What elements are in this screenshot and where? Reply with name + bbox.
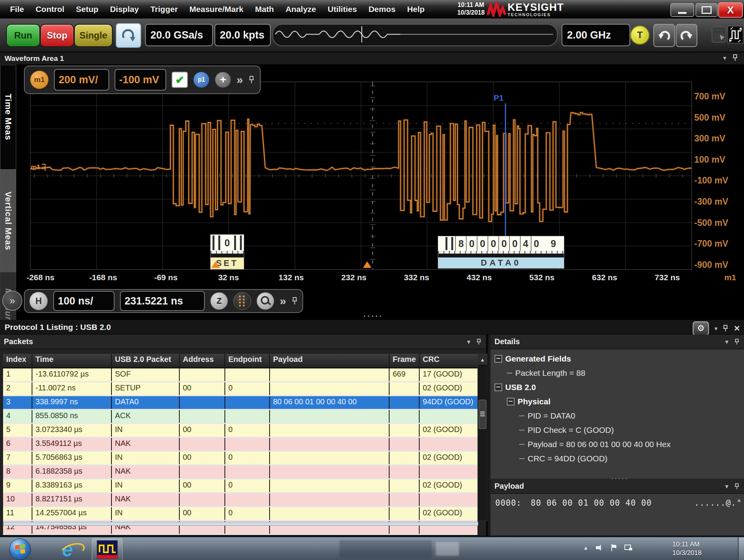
tree-collapse-icon[interactable] — [507, 398, 515, 405]
start-button[interactable] — [9, 538, 31, 560]
table-row-packet-11[interactable]: 1114.2557004 µsIN00002 (GOOD) — [3, 507, 477, 521]
table-row-packet-10[interactable]: 108.8217151 µsNAK — [3, 493, 477, 507]
marker-enable-checkbox[interactable]: ✔ — [172, 72, 188, 88]
run-button[interactable]: Run — [6, 24, 40, 47]
payload-pin-icon[interactable] — [734, 483, 739, 490]
channel-bar-more-icon[interactable]: » — [236, 74, 243, 86]
action-center-flag-icon[interactable] — [611, 544, 617, 551]
touch-mode-button[interactable] — [116, 23, 141, 48]
column-header-crc[interactable]: CRC — [420, 354, 477, 367]
menu-item-utilities[interactable]: Utilities — [328, 5, 357, 14]
packets-caret-icon[interactable]: ▾ — [467, 338, 470, 345]
taskbar-clock[interactable]: 10:11 AM 10/3/2018 — [672, 540, 702, 557]
tree-item[interactable]: Physical — [491, 394, 744, 409]
channel-bar-pin-icon[interactable] — [248, 76, 255, 84]
menu-item-help[interactable]: Help — [407, 5, 425, 14]
tree-collapse-icon[interactable] — [494, 355, 502, 363]
display-grid-icon[interactable] — [711, 25, 727, 46]
menu-item-file[interactable]: File — [10, 5, 24, 14]
table-row-packet-1[interactable]: 1-13.6110792 µsSOF66917 (GOOD) — [3, 368, 477, 382]
packets-hscrollbar[interactable] — [3, 522, 478, 526]
undo-button[interactable] — [653, 24, 675, 47]
protocol-settings-button[interactable]: ⚙ — [693, 321, 709, 335]
timebase-delay-field[interactable]: 231.5221 ns — [120, 291, 205, 311]
column-header-address[interactable]: Address — [180, 354, 225, 367]
search-magnifier-button[interactable] — [256, 292, 274, 310]
channel-source-badge[interactable]: m1 — [30, 71, 49, 89]
tree-item[interactable]: Generated Fields — [491, 351, 744, 366]
vertical-offset-field[interactable]: -100 mV — [115, 69, 166, 91]
column-header-time[interactable]: Time — [32, 354, 112, 367]
table-row-packet-6[interactable]: 63.5549112 µsNAK — [3, 438, 477, 452]
table-row-packet-4[interactable]: 4855.0850 nsACK — [3, 410, 477, 424]
table-row-packet-8[interactable]: 86.1882358 µsNAK — [3, 466, 477, 479]
internet-explorer-button[interactable]: e — [54, 539, 81, 560]
details-caret-icon[interactable]: ▾ — [725, 338, 728, 345]
horizontal-bar-more-icon[interactable]: » — [280, 295, 286, 307]
column-header-frame[interactable]: Frame — [390, 354, 420, 367]
details-pin-icon[interactable] — [734, 338, 739, 345]
redo-button[interactable] — [676, 24, 697, 47]
bandwidth-field[interactable]: 2.00 GHz — [562, 24, 630, 46]
protocol-close-icon[interactable]: ✕ — [734, 324, 740, 333]
scroll-up-button[interactable]: ▲ — [478, 354, 487, 365]
packets-scrollbar[interactable]: ▲ — [477, 354, 488, 521]
add-marker-button[interactable]: + — [215, 72, 231, 88]
protocol-pin-icon[interactable] — [723, 325, 728, 332]
acquisition-preview[interactable] — [272, 24, 558, 46]
menu-item-measure-mark[interactable]: Measure/Mark — [189, 5, 243, 14]
waveform-plot[interactable] — [30, 82, 692, 270]
menu-item-math[interactable]: Math — [255, 5, 274, 14]
tray-expand-icon[interactable]: ▲ — [583, 545, 588, 551]
maximize-button[interactable] — [695, 3, 718, 17]
minimize-button[interactable] — [670, 3, 694, 17]
side-tab-vertical-meas[interactable]: Vertical Meas — [0, 170, 16, 272]
horizontal-badge[interactable]: H — [29, 292, 48, 310]
table-row-packet-9[interactable]: 98.3389163 µsIN00002 (GOOD) — [3, 479, 477, 493]
decode-data0-packet[interactable]: 800000409 DATA0 — [438, 236, 564, 269]
table-row-packet-5[interactable]: 53.0723340 µsIN00002 (GOOD) — [3, 424, 477, 438]
payload-caret-icon[interactable]: ▾ — [725, 483, 728, 490]
waveform-area-caret-icon[interactable]: ▾ — [723, 54, 726, 62]
menu-item-setup[interactable]: Setup — [76, 5, 98, 14]
protocol-caret-icon[interactable]: ▾ — [714, 325, 717, 332]
menu-item-trigger[interactable]: Trigger — [150, 5, 178, 14]
close-button[interactable]: X — [718, 2, 743, 18]
show-desktop-button[interactable] — [738, 537, 744, 560]
expand-panel-button[interactable]: » — [2, 291, 22, 311]
zoom-mode-button[interactable]: Z — [210, 292, 228, 310]
column-header-endpoint[interactable]: Endpoint — [225, 354, 270, 367]
scrollbar-thumb[interactable] — [479, 400, 486, 429]
horizontal-bar-pin-icon[interactable] — [292, 297, 298, 305]
tree-item[interactable]: USB 2.0 — [491, 380, 744, 394]
menu-item-analyze[interactable]: Analyze — [285, 5, 316, 14]
volume-icon[interactable] — [596, 545, 604, 551]
memory-depth-field[interactable]: 20.0 kpts — [214, 24, 271, 46]
menu-item-demos[interactable]: Demos — [368, 5, 395, 14]
trigger-badge[interactable]: T — [630, 25, 650, 45]
waveform-area-pin-icon[interactable] — [732, 54, 738, 62]
scope-app-taskbar-button[interactable] — [92, 538, 123, 560]
sample-rate-field[interactable]: 20.0 GSa/s — [145, 24, 213, 46]
autoscale-waveform-icon[interactable] — [727, 25, 744, 46]
menu-item-control[interactable]: Control — [35, 5, 64, 14]
table-row-packet-2[interactable]: 2-11.0072 nsSETUP00002 (GOOD) — [3, 382, 477, 396]
channel-ground-marker[interactable]: m1 — [31, 163, 46, 172]
tree-collapse-icon[interactable] — [494, 383, 502, 391]
single-button[interactable]: Single — [74, 24, 113, 47]
timebase-scale-field[interactable]: 100 ns/ — [53, 291, 115, 311]
column-header-usb-2-0-packet[interactable]: USB 2.0 Packet — [112, 354, 180, 367]
table-row-packet-3[interactable]: 3338.9997 nsDATA080 06 00 01 00 00 40 00… — [3, 396, 477, 410]
column-header-payload[interactable]: Payload — [270, 354, 390, 367]
vertical-scale-field[interactable]: 200 mV/ — [54, 69, 109, 91]
network-icon[interactable] — [624, 545, 632, 551]
event-dots-button[interactable] — [233, 292, 251, 310]
column-header-index[interactable]: Index — [3, 354, 32, 367]
packets-pin-icon[interactable] — [476, 338, 481, 345]
payload-scroll-up-icon[interactable]: ▲ — [736, 497, 742, 503]
side-tab-time-meas[interactable]: Time Meas — [0, 65, 16, 170]
menu-item-display[interactable]: Display — [110, 5, 139, 14]
table-row-packet-7[interactable]: 75.7056863 µsIN00002 (GOOD) — [3, 452, 477, 466]
stop-button[interactable]: Stop — [40, 24, 74, 47]
marker-p1-badge[interactable]: p1 — [193, 72, 209, 88]
